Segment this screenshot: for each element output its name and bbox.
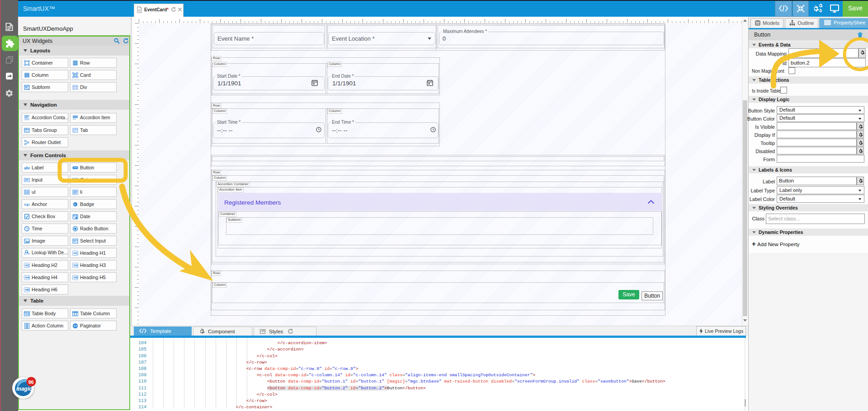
- svg-text:abc: abc: [24, 166, 30, 170]
- svg-text:H4: H4: [25, 276, 29, 279]
- svg-text:H3: H3: [74, 264, 78, 267]
- svg-text:96: 96: [28, 379, 34, 385]
- svg-text:H2: H2: [25, 264, 29, 267]
- svg-text:H1: H1: [74, 252, 78, 255]
- svg-text:magic: magic: [16, 386, 32, 392]
- svg-text:<a>: <a>: [24, 202, 30, 207]
- svg-text:H5: H5: [74, 276, 78, 279]
- svg-text:H6: H6: [25, 288, 29, 291]
